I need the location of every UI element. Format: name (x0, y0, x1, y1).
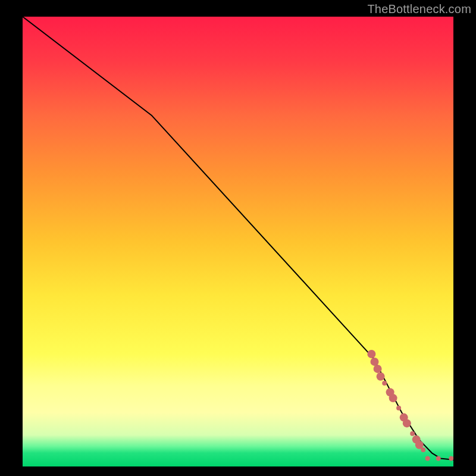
watermark-text: TheBottleneck.com (367, 2, 471, 16)
plot-area (23, 17, 453, 466)
heat-gradient (23, 17, 453, 466)
chart-container: TheBottleneck.com (0, 0, 476, 476)
